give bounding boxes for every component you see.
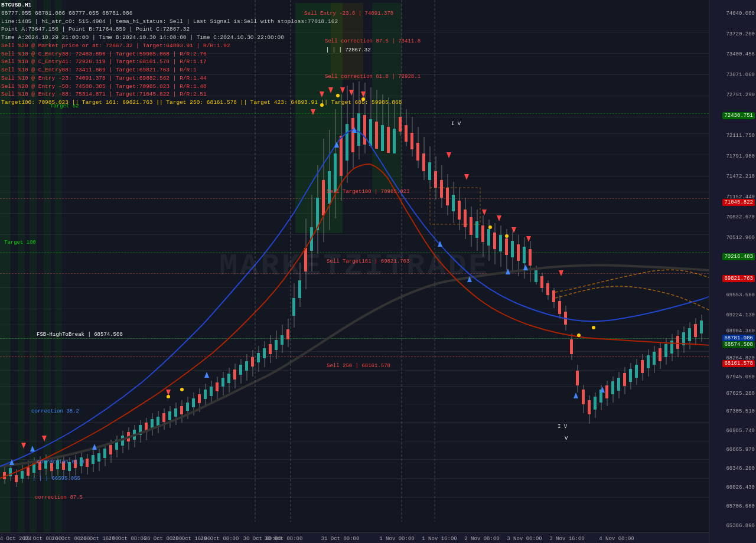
svg-rect-142 [416, 143, 419, 161]
price-65706: 65706.660 [726, 503, 755, 509]
ma-blue [0, 130, 709, 466]
svg-rect-222 [653, 352, 656, 365]
grid-line-12 [0, 287, 709, 288]
svg-rect-190 [558, 301, 561, 314]
chart-svg [0, 0, 709, 532]
arrow-buy-4 [204, 372, 209, 378]
price-axis: 74040.000 73720.200 73400.456 73071.060 … [709, 0, 756, 543]
svg-rect-48 [139, 425, 142, 435]
svg-rect-216 [635, 365, 638, 378]
svg-rect-186 [546, 283, 549, 295]
price-70512: 70512.900 [726, 235, 755, 241]
zone-green-left3 [30, 0, 37, 532]
svg-rect-212 [623, 373, 626, 386]
zone-green-left4 [44, 0, 51, 532]
svg-rect-54 [157, 417, 159, 426]
svg-rect-96 [281, 335, 284, 345]
svg-rect-156 [458, 201, 461, 220]
time-4nov08: 4 Nov 08:00 [599, 536, 634, 542]
annotation-correction382: correction 38.2 [31, 408, 79, 414]
zone-green-left2 [18, 0, 25, 532]
grid-line-5 [0, 117, 709, 117]
svg-rect-170 [499, 235, 502, 251]
svg-rect-158 [464, 210, 467, 227]
watermark: MARKETZITRADE [219, 249, 490, 284]
svg-rect-124 [363, 115, 366, 145]
svg-rect-74 [216, 382, 219, 391]
svg-rect-218 [641, 360, 644, 373]
svg-rect-36 [103, 449, 106, 458]
ma-red [0, 164, 709, 478]
grid-line-68161 [0, 356, 709, 357]
svg-rect-182 [535, 270, 537, 282]
annotation-iv-2: I V [558, 424, 567, 430]
svg-rect-206 [605, 385, 608, 398]
marker-yellow-7 [505, 234, 509, 238]
annotation-sell-entry: Sell Entry -23.6 | 74091.378 [304, 11, 393, 17]
svg-rect-76 [221, 378, 224, 387]
svg-rect-44 [127, 432, 130, 441]
grid-line-10 [0, 213, 709, 214]
svg-rect-210 [617, 378, 620, 391]
svg-rect-102 [298, 280, 301, 298]
svg-rect-88 [257, 353, 260, 362]
arrow-sell-14 [511, 227, 516, 233]
grid-line-24 [0, 497, 709, 498]
price-69553: 69553.560 [726, 292, 755, 298]
price-66026: 66026.430 [726, 485, 755, 490]
svg-rect-188 [552, 290, 555, 302]
annotation-v: V [565, 436, 568, 441]
marker-yellow-9 [592, 326, 595, 329]
grid-line-14 [0, 325, 709, 325]
annotation-sell-target161: Sell Target161 | 69821.763 [327, 259, 409, 264]
svg-rect-144 [422, 153, 425, 171]
grid-line-71045 [0, 198, 709, 199]
grid-line-22 [0, 459, 709, 460]
marker-yellow-1 [167, 395, 170, 398]
time-2nov08: 2 Nov 08:00 [464, 536, 499, 542]
svg-rect-196 [576, 371, 579, 385]
annotation-fsb: FSB-HighToBreak | 68574.508 [37, 332, 123, 338]
svg-rect-198 [582, 390, 585, 404]
zone-green-left5 [55, 0, 62, 532]
svg-rect-60 [174, 408, 177, 417]
arrow-sell-3 [166, 390, 171, 395]
annotation-sell-250: Sell 250 | 68161.578 [327, 363, 390, 369]
svg-rect-58 [168, 411, 171, 420]
price-72111: 72111.750 [726, 133, 755, 139]
price-69224: 69224.130 [726, 312, 755, 318]
annotation-sell-correction87: Sell correction 87.5 | 73411.8 [325, 38, 421, 44]
price-66985: 66985.740 [726, 428, 755, 434]
svg-rect-178 [523, 247, 526, 263]
price-73400: 73400.456 [726, 51, 755, 57]
svg-rect-166 [487, 229, 490, 246]
svg-rect-38 [109, 445, 112, 454]
price-71791: 71791.980 [726, 153, 755, 159]
svg-rect-172 [505, 238, 508, 255]
svg-rect-208 [611, 381, 614, 394]
arrow-sell-10 [447, 152, 451, 158]
grid-line-17 [0, 370, 709, 371]
grid-line-11 [0, 234, 709, 235]
svg-rect-34 [97, 453, 100, 462]
grid-line-19 [0, 404, 709, 404]
annotation-price-66595: | | | 66595.055 [32, 476, 80, 482]
price-67625: 67625.280 [726, 391, 755, 397]
time-1nov16: 1 Nov 16:00 [422, 536, 457, 542]
svg-rect-174 [511, 241, 514, 257]
svg-rect-238 [700, 320, 703, 333]
svg-rect-78 [227, 374, 230, 383]
marker-yellow-5 [361, 97, 365, 101]
price-71045: 71045.822 [722, 199, 755, 206]
grid-line-6 [0, 133, 709, 134]
svg-rect-184 [540, 276, 543, 288]
svg-rect-232 [682, 332, 685, 345]
marker-yellow-8 [577, 333, 581, 337]
annotation-target62: Target 62 [50, 103, 79, 109]
annotation-iv-1: I V [451, 121, 461, 127]
price-71472: 71472.210 [726, 174, 755, 179]
grid-line-16 [0, 351, 709, 352]
grid-line-21 [0, 441, 709, 441]
time-27oct08: 27 Oct 08:00 [109, 536, 147, 542]
svg-rect-80 [233, 369, 236, 380]
